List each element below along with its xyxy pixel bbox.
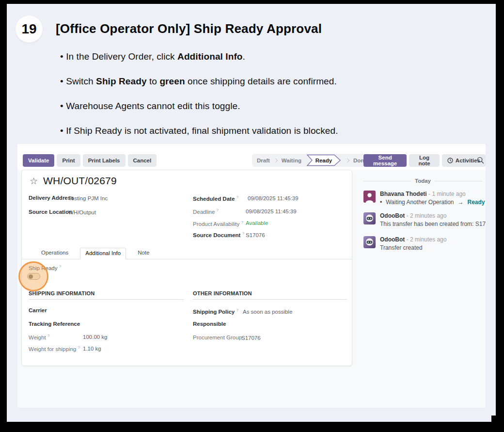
message-author[interactable]: Bhavana Thodeti [380,191,427,197]
chevron-right-icon [274,158,278,162]
status-step-waiting[interactable]: Waiting [282,158,301,163]
frame-corner-accent [491,416,504,432]
avatar [363,236,376,248]
list-item: • Switch Ship Ready to green once shippi… [60,76,370,87]
arrow-right-icon: → [458,199,464,206]
message-author[interactable]: OdooBot [380,236,405,243]
tab-operations[interactable]: Operations [36,248,73,259]
label-text: Scheduled Date [193,196,235,202]
field-value-shipping-policy[interactable]: As soon as possible [243,309,292,315]
label-text: Weight for shipping [29,346,76,352]
field-label-weight-for-shipping: Weight for shipping ? [29,345,80,352]
tab-note[interactable]: Note [133,248,154,259]
bullet-text: Switch [66,76,96,86]
field-value-product-availability: Available [246,220,268,226]
status-step-draft[interactable]: Draft [257,158,270,163]
field-label-carrier: Carrier [29,307,47,313]
field-label-procurement-group: Procurement Group [193,335,242,340]
field-value-weight-for-shipping[interactable]: 1.10 kg [83,346,101,352]
message-header: Bhavana Thodeti - 1 minute ago [380,191,486,197]
label-text: Deadline [193,209,215,215]
field-value-delivery-address[interactable]: Testing PJM Inc [68,195,108,201]
message-timestamp: 2 minutes ago [410,212,446,219]
step-number-badge: 19 [16,16,43,43]
help-icon: ? [47,334,49,338]
field-value-source-location[interactable]: WH/Output [68,209,96,215]
bullet-text-bold: green [159,76,185,86]
field-value-weight[interactable]: 100.00 kg [83,334,108,340]
list-item: • In the Delivery Order, click Additiona… [60,51,370,62]
help-icon: ? [78,345,79,350]
help-icon: ? [241,220,243,224]
label-text: Shipping Policy [193,309,235,315]
avatar [363,212,376,224]
page-background: 19 [Office Operator Only] Ship Ready App… [7,4,496,422]
tracking-dot: • [380,199,382,206]
label-text: Weight [29,335,46,340]
notebook-tabs: Operations Additional Info Note [22,248,352,259]
message-timestamp: 1 minute ago [432,191,465,197]
action-buttons: Validate Print Print Labels Cancel [23,154,157,167]
help-icon: ? [242,231,244,236]
cancel-button[interactable]: Cancel [128,154,157,167]
separator: - [428,191,430,197]
field-label-deadline: Deadline ? [193,208,219,215]
chatter-buttons: Send message Log note Activities [363,154,486,167]
tab-additional-info[interactable]: Additional Info [80,248,126,259]
label-text: Source Document [193,232,240,238]
field-value-scheduled-date[interactable]: 09/08/2025 11:45:39 [248,195,299,201]
document-reference: WH/OUT/02679 [43,175,117,187]
section-shipping-information: SHIPPING INFORMATION [29,290,184,300]
page-title: [Office Operator Only] Ship Ready Approv… [56,21,322,36]
field-value-deadline[interactable]: 09/08/2025 11:45:39 [246,208,297,214]
status-pipeline: Draft Waiting Ready Done [252,154,372,167]
list-item: • Warehouse Agents cannot edit this togg… [60,101,370,112]
field-label-responsible: Responsible [193,321,226,327]
message-timestamp: 2 minutes ago [410,236,446,243]
chevron-right-icon [346,158,349,162]
help-icon: ? [236,195,238,199]
field-label-scheduled-date: Scheduled Date ? [193,195,238,202]
field-label-source-location: Source Location [29,209,72,215]
message-author[interactable]: OdooBot [380,212,405,219]
bullet-marker: • [60,51,63,62]
favorite-star-icon[interactable]: ☆ [30,176,38,187]
chatter-panel: Send message Log note Activities [361,144,486,408]
clock-icon [447,158,453,163]
section-other-information: OTHER INFORMATION [193,290,347,300]
bullet-text: . [243,51,245,62]
log-note-button[interactable]: Log note [409,154,440,167]
validate-button[interactable]: Validate [23,154,54,167]
status-step-ready[interactable]: Ready [306,154,342,167]
annotation-highlight-circle [18,261,48,291]
delivery-order-card: ☆ WH/OUT/02679 Delivery Address Testing … [21,170,352,366]
print-button[interactable]: Print [57,154,80,167]
field-value-source-document[interactable]: S17076 [246,232,265,238]
chatter-message: OdooBot - 2 minutes ago Transfer created [363,236,486,251]
bullet-text: to [147,76,160,86]
field-label-tracking-reference: Tracking Reference [29,321,80,327]
help-icon: ? [59,264,61,269]
field-label-weight: Weight ? [29,334,49,340]
search-icon[interactable] [477,157,484,166]
field-label-delivery-address: Delivery Address [29,195,74,201]
field-value-procurement-group[interactable]: S17076 [241,335,261,341]
chatter-message: Bhavana Thodeti - 1 minute ago • Waiting… [363,191,486,206]
instruction-list: • In the Delivery Order, click Additiona… [60,51,370,150]
bullet-text: once shipping details are confirmed. [185,76,337,86]
odoo-screenshot: Validate Print Print Labels Cancel Draft… [17,144,486,408]
print-labels-button[interactable]: Print Labels [83,154,126,167]
help-icon: ? [236,308,238,312]
slide-frame: 19 [Office Operator Only] Ship Ready App… [0,0,504,432]
bullet-text: In the Delivery Order, click [66,51,177,62]
field-label-shipping-policy: Shipping Policy ? [193,308,238,315]
send-message-button[interactable]: Send message [363,154,407,167]
status-step-ready-label: Ready [315,158,332,163]
person-avatar-icon [363,191,376,203]
step-number: 19 [21,21,36,37]
tracking-old-value: Waiting Another Operation [386,199,454,206]
date-divider: Today [363,178,482,184]
list-item: • If Ship Ready is not activated, final … [60,126,370,136]
bullet-marker: • [60,101,63,111]
avatar [363,191,376,203]
